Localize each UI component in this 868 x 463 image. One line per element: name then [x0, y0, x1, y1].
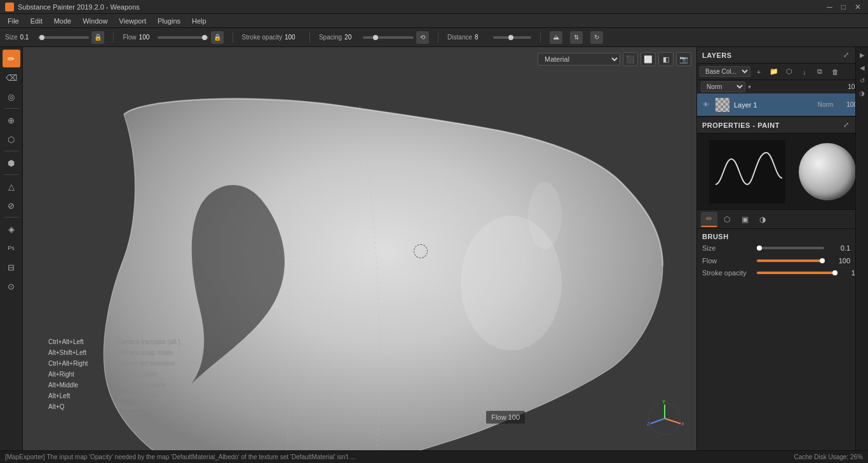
right-icon-strip: ▶ ◀ ↺ ◑: [855, 47, 868, 450]
brush-flow-value: 100: [828, 257, 850, 265]
svg-line-7: [651, 418, 665, 424]
menu-viewport[interactable]: Viewport: [114, 16, 151, 26]
flow-label: Flow: [123, 34, 136, 41]
brush-flow-slider[interactable]: [757, 259, 824, 262]
right-panel: LAYERS ⤢ ✕ Base Col... + 📁 ⬡ ↓ ⧉ 🗑: [696, 47, 868, 450]
close-button[interactable]: ✕: [853, 3, 863, 11]
right-strip-2[interactable]: ◀: [857, 62, 867, 73]
menu-edit[interactable]: Edit: [25, 16, 48, 26]
brush-stroke-opacity-row: Stroke opacity 100: [697, 267, 868, 279]
layer-item-1[interactable]: 👁 Layer 1 Norm ▾ 100 ▾: [697, 93, 868, 116]
material-tool-btn[interactable]: ⬢: [3, 154, 20, 172]
delete-layer-btn[interactable]: 🗑: [828, 66, 842, 78]
sep2: [233, 32, 233, 43]
app-title: Substance Painter 2019.2.0 - Weapons: [5, 3, 140, 11]
add-folder-btn[interactable]: 📁: [767, 66, 781, 78]
flip-btn[interactable]: ⇅: [570, 31, 583, 44]
cache-value: 26%: [850, 453, 863, 460]
maximize-button[interactable]: □: [839, 3, 848, 11]
properties-title: PROPERTIES - PAINT: [702, 121, 780, 129]
app-icon: [5, 3, 14, 11]
left-toolbar: ✏ ⌫ ◎ ⊕ ⬡ ⬢ △ ⊘ ◈ Ps ⊟ ⊙: [0, 47, 23, 450]
size-value: 0.1: [20, 34, 36, 41]
size-slider[interactable]: [38, 36, 89, 39]
distance-label: Distance: [447, 34, 472, 41]
select-tool-btn[interactable]: ◎: [3, 88, 20, 106]
spacing-value: 20: [344, 34, 360, 41]
menu-file[interactable]: File: [3, 16, 24, 26]
menu-mode[interactable]: Mode: [49, 16, 77, 26]
blend-mode-select[interactable]: Norm: [701, 81, 745, 92]
viewport-3d-btn[interactable]: ⬛: [623, 52, 638, 66]
brush-size-label: Size: [702, 244, 753, 252]
flow-value: 100: [139, 34, 155, 41]
layers-section: LAYERS ⤢ ✕ Base Col... + 📁 ⬡ ↓ ⧉ 🗑: [697, 47, 868, 117]
right-strip-4[interactable]: ◑: [857, 88, 867, 98]
menu-help[interactable]: Help: [187, 16, 212, 26]
svg-text:Y: Y: [662, 399, 666, 404]
eraser-tool-btn[interactable]: ⌫: [3, 69, 20, 86]
viewport-mode-dropdown[interactable]: Material Base Color Roughness Metallic N…: [538, 53, 620, 66]
minimize-button[interactable]: ─: [825, 3, 834, 11]
opacity-label: ▾: [748, 83, 751, 90]
spacing-slider[interactable]: [363, 36, 414, 39]
viewport-uv-btn[interactable]: ⬜: [641, 52, 656, 66]
duplicate-btn[interactable]: ⧉: [813, 66, 827, 78]
settings-tool-btn[interactable]: ⊙: [3, 277, 20, 295]
brush-stroke-opacity-slider[interactable]: [757, 272, 837, 274]
eyedropper-tool-btn[interactable]: ⊘: [3, 197, 20, 214]
mountain-btn[interactable]: ⛰: [550, 31, 562, 44]
texture-settings-tab[interactable]: ▣: [736, 212, 753, 227]
add-layer-btn[interactable]: +: [752, 66, 766, 78]
menu-plugins[interactable]: Plugins: [153, 16, 186, 26]
export-tool-btn[interactable]: ⊟: [3, 258, 20, 276]
blend-mode-dropdown[interactable]: Base Col...: [700, 66, 750, 77]
shortcut-key-2: Alt+Shift+Left: [48, 347, 112, 358]
menu-window[interactable]: Window: [78, 16, 112, 26]
paint-tool-btn[interactable]: ✏: [3, 50, 20, 67]
viewport[interactable]: Material Base Color Roughness Metallic N…: [23, 47, 696, 450]
layer-blend-mode: Norm: [818, 101, 833, 108]
right-strip-3[interactable]: ↺: [857, 75, 867, 85]
sep4: [438, 32, 438, 43]
props-restore-btn[interactable]: ⤢: [841, 120, 851, 130]
tool-sep1: [4, 108, 19, 109]
tool-sep3: [4, 174, 19, 175]
svg-line-3: [665, 418, 681, 424]
distance-slider[interactable]: [493, 36, 531, 39]
rotate-btn[interactable]: ↻: [590, 31, 603, 44]
brush-settings-tab[interactable]: ✏: [701, 212, 717, 227]
properties-header: PROPERTIES - PAINT ⤢ ✕: [697, 117, 868, 134]
right-strip-1[interactable]: ▶: [857, 50, 867, 60]
transform-tool-btn[interactable]: △: [3, 177, 20, 195]
shortcut-key-1: Ctrl+Alt+Left: [48, 336, 112, 347]
flow-indicator: Flow 100: [486, 411, 525, 424]
effects-settings-tab[interactable]: ◑: [754, 212, 771, 227]
spacing-group: Spacing 20 ⟲: [319, 31, 429, 44]
size-lock-btn[interactable]: 🔒: [92, 31, 104, 44]
material-settings-tab[interactable]: ⬡: [719, 212, 735, 227]
viewport-controls: Material Base Color Roughness Metallic N…: [538, 52, 691, 66]
fill-tool-btn[interactable]: ⬡: [3, 130, 20, 148]
brush-section-title: BRUSH: [697, 229, 868, 242]
viewport-screenshot-btn[interactable]: 📷: [676, 52, 691, 66]
import-btn[interactable]: ↓: [797, 66, 811, 78]
brush-size-slider[interactable]: [757, 247, 824, 249]
shortcut-desc-6: Camera rotate: [117, 390, 158, 401]
spacing-lock-btn[interactable]: ⟲: [416, 31, 429, 44]
layers-restore-btn[interactable]: ⤢: [841, 50, 851, 60]
flow-slider[interactable]: [158, 36, 208, 39]
flow-group: Flow 100 🔒: [123, 31, 223, 44]
flow-lock-btn[interactable]: 🔒: [211, 31, 224, 44]
photoshop-tool-btn[interactable]: Ps: [3, 239, 20, 257]
shortcut-desc-3: Texture set selection: [117, 358, 175, 369]
layer-visibility-btn[interactable]: 👁: [701, 100, 711, 110]
viewport-split-btn[interactable]: ◧: [658, 52, 674, 66]
cache-label: Cache Disk Usage:: [794, 453, 849, 460]
menubar: File Edit Mode Window Viewport Plugins H…: [0, 14, 868, 28]
smudge-tool-btn[interactable]: ⊕: [3, 111, 20, 129]
main-area: ✏ ⌫ ◎ ⊕ ⬡ ⬢ △ ⊘ ◈ Ps ⊟ ⊙: [0, 47, 868, 450]
bake-tool-btn[interactable]: ◈: [3, 220, 20, 238]
add-fill-btn[interactable]: ⬡: [782, 66, 796, 78]
tool-sep4: [4, 217, 19, 218]
